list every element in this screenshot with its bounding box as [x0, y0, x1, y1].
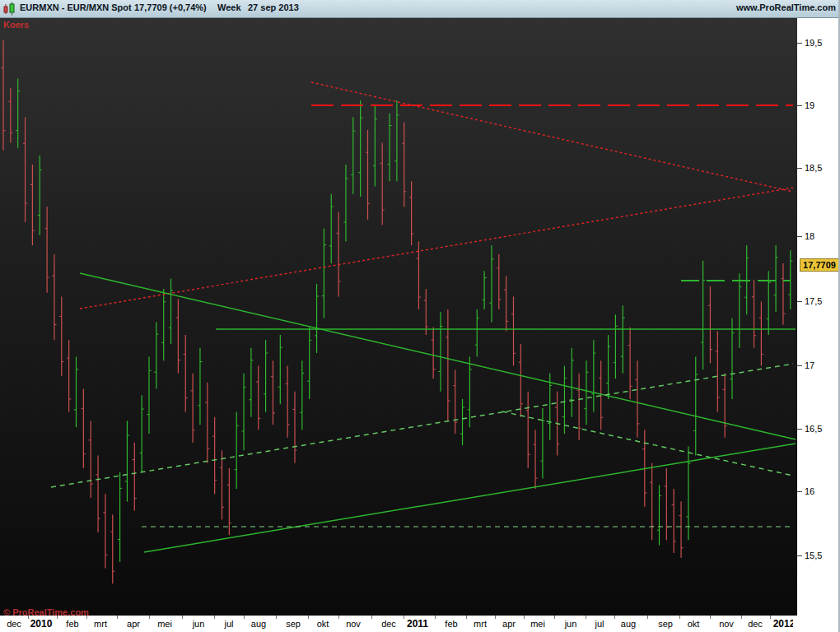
- time-axis[interactable]: dec2010febmrtaprmeijunjulaugsepoktnovdec…: [0, 616, 840, 632]
- time-tick: [554, 616, 555, 619]
- time-label-2012: 2012: [773, 618, 793, 630]
- copyright-watermark: © ProRealTime.com: [3, 607, 89, 617]
- time-label-nov: nov: [346, 619, 361, 629]
- time-tick: [770, 616, 771, 619]
- time-tick: [710, 616, 711, 619]
- time-label-sep: sep: [658, 619, 673, 629]
- time-label-mrt: mrt: [94, 619, 107, 629]
- time-tick: [647, 616, 648, 619]
- time-tick: [495, 616, 496, 619]
- green-dashed-ascending[interactable]: [51, 364, 793, 487]
- price-plot[interactable]: [0, 0, 840, 632]
- tick-mark: [797, 429, 802, 430]
- time-axis-labels: dec2010febmrtaprmeijunjulaugsepoktnovdec…: [0, 616, 793, 632]
- time-label-jul: jul: [224, 619, 233, 629]
- time-tick: [214, 616, 215, 619]
- time-tick: [371, 616, 372, 619]
- time-label-aug: aug: [621, 619, 636, 629]
- time-label-mei: mei: [530, 619, 545, 629]
- time-label-dec: dec: [7, 619, 21, 629]
- tick-mark: [797, 491, 802, 492]
- tick-mark: [797, 168, 802, 169]
- time-label-nov: nov: [719, 619, 734, 629]
- time-tick: [586, 616, 586, 619]
- green-dashed-descending[interactable]: [502, 411, 793, 476]
- time-label-jun: jun: [193, 619, 205, 629]
- time-tick: [614, 616, 615, 619]
- time-tick: [182, 616, 183, 619]
- time-label-apr: apr: [127, 619, 140, 629]
- time-tick: [117, 616, 118, 619]
- time-label-okt: okt: [317, 619, 329, 629]
- red-descending-trendline[interactable]: [311, 82, 793, 192]
- time-label-apr: apr: [502, 619, 516, 629]
- green-ascending-support[interactable]: [144, 444, 796, 552]
- time-label-feb: feb: [66, 619, 78, 629]
- time-tick: [404, 616, 404, 619]
- time-label-mei: mei: [157, 619, 172, 629]
- time-tick: [435, 616, 436, 619]
- time-label-2010: 2010: [30, 618, 53, 630]
- time-label-sep: sep: [286, 619, 301, 629]
- time-label-feb: feb: [445, 619, 457, 629]
- time-label-jul: jul: [595, 619, 604, 629]
- tick-mark: [797, 365, 802, 366]
- time-label-okt: okt: [688, 619, 700, 629]
- green-descending-trendline[interactable]: [80, 273, 796, 439]
- time-tick: [466, 616, 467, 619]
- time-tick: [244, 616, 245, 619]
- time-label-mrt: mrt: [474, 619, 487, 629]
- tick-mark: [797, 43, 802, 44]
- time-label-jun: jun: [565, 619, 577, 629]
- current-price-badge: 17,7709: [800, 258, 839, 272]
- tick-mark: [797, 301, 802, 302]
- time-tick: [276, 616, 277, 619]
- red-ascending-trendline[interactable]: [80, 188, 793, 309]
- price-axis-title: Koers: [3, 20, 29, 30]
- time-label-aug: aug: [251, 619, 266, 629]
- time-tick: [308, 616, 309, 619]
- time-label-dec: dec: [748, 619, 763, 629]
- tick-mark: [797, 105, 802, 106]
- time-label-2011: 2011: [407, 618, 428, 630]
- time-tick: [679, 616, 680, 619]
- time-tick: [741, 616, 742, 619]
- time-tick: [338, 616, 339, 619]
- tick-mark: [797, 236, 802, 237]
- price-axis[interactable]: 19,51918,51817,51716,51615,5: [797, 18, 840, 616]
- time-tick: [524, 616, 525, 619]
- time-tick: [149, 616, 150, 619]
- time-label-dec: dec: [381, 619, 396, 629]
- tick-mark: [797, 555, 802, 556]
